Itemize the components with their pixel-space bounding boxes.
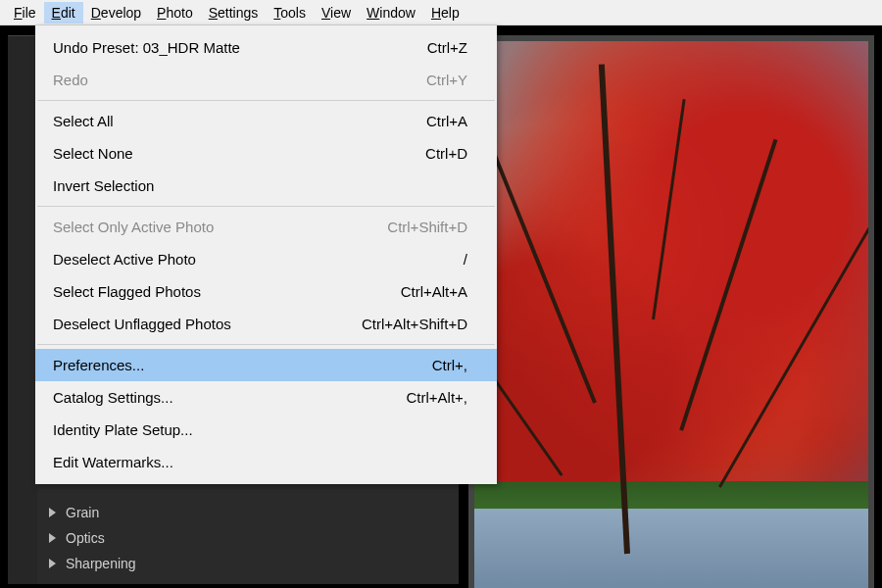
menu-item-label: Select All	[53, 113, 114, 129]
menu-bar: FileEditDevelopPhotoSettingsToolsViewWin…	[0, 0, 882, 25]
menu-separator	[37, 206, 495, 207]
menu-item-label: Catalog Settings...	[53, 389, 173, 406]
menu-item-shortcut: Ctrl+Alt+A	[401, 283, 467, 300]
menu-window[interactable]: Window	[359, 2, 423, 24]
menu-item-shortcut: Ctrl+Z	[427, 39, 467, 56]
menu-item-label: Identity Plate Setup...	[53, 421, 193, 438]
menu-item-shortcut: Ctrl+D	[425, 145, 467, 162]
menu-item-deselect-unflagged-photos[interactable]: Deselect Unflagged PhotosCtrl+Alt+Shift+…	[35, 308, 497, 340]
panel-collapse-gutter[interactable]	[8, 35, 37, 584]
menu-item-shortcut: Ctrl+Y	[426, 72, 467, 88]
menu-item-label: Invert Selection	[53, 177, 154, 194]
menu-item-shortcut: Ctrl+,	[432, 357, 467, 373]
menu-item-shortcut: Ctrl+Shift+D	[387, 219, 467, 235]
photo-preview	[474, 41, 868, 588]
menu-item-shortcut: Ctrl+A	[426, 113, 467, 129]
menu-item-label: Edit Watermarks...	[53, 454, 173, 470]
menu-item-select-flagged-photos[interactable]: Select Flagged PhotosCtrl+Alt+A	[35, 275, 497, 308]
panel-header-optics[interactable]: Optics	[43, 525, 445, 551]
menu-item-label: Select Only Active Photo	[53, 219, 214, 235]
menu-view[interactable]: View	[314, 2, 359, 24]
menu-item-label: Select None	[53, 145, 133, 162]
menu-item-select-none[interactable]: Select NoneCtrl+D	[35, 137, 497, 170]
menu-item-label: Deselect Unflagged Photos	[53, 316, 231, 332]
menu-item-label: Deselect Active Photo	[53, 251, 196, 268]
menu-settings[interactable]: Settings	[201, 2, 267, 24]
panel-header-sharpening[interactable]: Sharpening	[43, 551, 445, 576]
menu-item-deselect-active-photo[interactable]: Deselect Active Photo/	[35, 243, 497, 275]
menu-tools[interactable]: Tools	[266, 2, 314, 24]
menu-item-shortcut: /	[464, 251, 467, 268]
menu-develop[interactable]: Develop	[83, 2, 149, 24]
menu-item-catalog-settings[interactable]: Catalog Settings...Ctrl+Alt+,	[35, 381, 497, 414]
edit-menu-dropdown: Undo Preset: 03_HDR MatteCtrl+ZRedoCtrl+…	[35, 25, 497, 484]
menu-item-label: Preferences...	[53, 357, 144, 373]
menu-item-invert-selection[interactable]: Invert Selection	[35, 170, 497, 202]
menu-item-select-all[interactable]: Select AllCtrl+A	[35, 105, 497, 137]
menu-help[interactable]: Help	[423, 2, 467, 24]
disclosure-triangle-icon	[49, 559, 56, 568]
menu-item-shortcut: Ctrl+Alt+,	[406, 389, 467, 406]
menu-edit[interactable]: Edit	[44, 2, 83, 24]
menu-item-label: Select Flagged Photos	[53, 283, 201, 300]
panel-title: Sharpening	[66, 556, 136, 571]
image-viewer[interactable]	[468, 35, 874, 588]
menu-item-label: Undo Preset: 03_HDR Matte	[53, 39, 240, 56]
menu-item-identity-plate-setup[interactable]: Identity Plate Setup...	[35, 414, 497, 446]
menu-separator	[37, 344, 495, 345]
menu-item-shortcut: Ctrl+Alt+Shift+D	[362, 316, 467, 332]
menu-item-undo-preset-03-hdr-matte[interactable]: Undo Preset: 03_HDR MatteCtrl+Z	[35, 31, 497, 64]
menu-photo[interactable]: Photo	[149, 2, 201, 24]
menu-file[interactable]: File	[6, 2, 44, 24]
menu-item-select-only-active-photo: Select Only Active PhotoCtrl+Shift+D	[35, 211, 497, 243]
panel-title: Optics	[66, 530, 105, 546]
menu-item-preferences[interactable]: Preferences...Ctrl+,	[35, 349, 497, 381]
menu-item-edit-watermarks[interactable]: Edit Watermarks...	[35, 446, 497, 478]
panel-title: Grain	[66, 505, 99, 520]
disclosure-triangle-icon	[49, 533, 56, 543]
menu-item-label: Redo	[53, 72, 88, 88]
disclosure-triangle-icon	[49, 508, 56, 517]
menu-separator	[37, 100, 495, 101]
menu-item-redo: RedoCtrl+Y	[35, 64, 497, 96]
panel-header-grain[interactable]: Grain	[43, 500, 445, 525]
